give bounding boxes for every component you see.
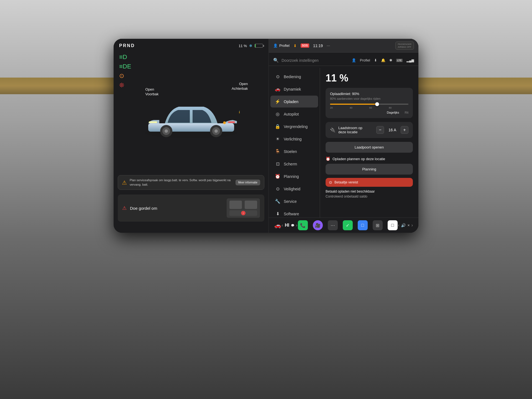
antenna-icon: — — [327, 44, 330, 48]
sidebar-menu: ⊙ Bediening 🚗 Dynamiek ⚡ Opladen ◎ Autop… — [269, 68, 320, 233]
sidebar-item-service[interactable]: 🔧 Service — [270, 195, 318, 207]
charge-slider-track[interactable] — [330, 104, 408, 105]
top-bar-right: 👤 Profiel ⬇ SOS 11:19 — PASSENGERAIRBAG … — [269, 39, 418, 53]
taskbar-center: 📞 🎥 ⋯ ✓ □ ⊞ □ — [298, 220, 398, 230]
sidebar-item-vergrendeling[interactable]: 🔒 Vergrendeling — [270, 121, 318, 132]
plannen-header-text: Opladen plannen op deze locatie — [332, 157, 385, 161]
traction-icon: ≡DE — [119, 63, 131, 70]
sidebar-item-autopilot[interactable]: ◎ Autopilot — [270, 108, 318, 120]
white-task-icon[interactable]: □ — [388, 220, 398, 230]
sidebar-item-opladen[interactable]: ⚡ Opladen — [270, 96, 318, 108]
status-icons: ≡D ≡DE ⊙ ❊ — [119, 54, 131, 88]
download-icon-search[interactable]: ⬇ — [374, 58, 377, 62]
veiligheid-icon: ⊙ — [275, 186, 280, 191]
sidebar-item-planning[interactable]: ⏰ Planning — [270, 170, 318, 182]
search-placeholder[interactable]: Doorzoek instellingen — [282, 58, 319, 63]
svg-text:🔒: 🔒 — [238, 109, 240, 114]
camera-task-icon[interactable]: 🎥 — [313, 220, 323, 230]
betaald-sub: Controleerd onbetaald saldo — [326, 195, 413, 198]
profile-label-top: Profiel — [279, 44, 290, 48]
check-task-icon[interactable]: ✓ — [343, 220, 353, 230]
car-icon-taskbar[interactable]: 🚗 — [274, 222, 281, 229]
stepper-minus[interactable]: − — [376, 126, 384, 134]
svg-rect-2 — [149, 121, 157, 123]
open-voorbak-label[interactable]: OpenVoorbak — [145, 87, 159, 97]
svg-point-9 — [214, 129, 218, 133]
software-label: Software — [284, 212, 299, 216]
rit-tab[interactable]: Rit — [405, 111, 408, 114]
profile-person-icon: 👤 — [273, 44, 278, 48]
top-bar-left: PRND 11 % ❄ — [114, 39, 268, 53]
verlichting-label: Verlichting — [284, 137, 302, 141]
service-icon: 🔧 — [275, 199, 280, 204]
dagelijks-rit-tabs: Dagelijks Rit — [330, 111, 408, 114]
laadpoort-openen-button[interactable]: Laadpoort openen — [326, 142, 413, 153]
profile-button[interactable]: 👤 Profiel — [273, 44, 290, 48]
hi-label: HI — [285, 223, 289, 228]
sidebar-item-bediening[interactable]: ⊙ Bediening — [270, 71, 318, 83]
laadstroom-icon: 🔌 — [330, 127, 336, 133]
svg-rect-3 — [228, 121, 235, 123]
taskbar-right: ‹ 🔊 × › — [398, 223, 413, 228]
warning-box: ⚠ Plan serviceafspraak om lasgp.batt. te… — [118, 175, 264, 190]
bottom-taskbar: 🚗 ‹ HI 💬 › 📞 🎥 ⋯ ✓ □ ⊞ □ — [269, 218, 418, 233]
stoelen-label: Stoelen — [284, 149, 297, 154]
mute-x-icon[interactable]: × — [407, 223, 410, 227]
betaald-error-icon: ⊙ — [329, 180, 332, 185]
autopilot-label: Autopilot — [284, 112, 299, 116]
sidebar-item-stoelen[interactable]: 🪑 Stoelen — [270, 145, 318, 157]
icon-warning: ❊ — [119, 82, 131, 88]
svg-text:!: ! — [243, 212, 244, 215]
sidebar-item-dynamiek[interactable]: 🚗 Dynamiek — [270, 83, 318, 95]
tesla-screen: PRND 11 % ❄ ≡D ≡DE ⊙ — [114, 39, 418, 233]
dagelijks-tab[interactable]: Dagelijks — [387, 111, 399, 114]
warning-icon: ❊ — [119, 82, 124, 88]
sidebar-item-verlichting[interactable]: ☀ Verlichting — [270, 133, 318, 145]
blue-task-icon[interactable]: □ — [358, 220, 368, 230]
taskbar-nav-left[interactable]: ‹ — [398, 223, 399, 228]
grid-task-icon[interactable]: ⊞ — [373, 220, 383, 230]
sidebar-item-veiligheid[interactable]: ⊙ Veiligheid — [270, 183, 318, 195]
sos-badge[interactable]: SOS — [301, 44, 309, 48]
charge-slider-thumb[interactable] — [375, 102, 379, 106]
nav-right-arrow[interactable]: › — [296, 223, 297, 228]
svg-rect-13 — [245, 201, 257, 209]
laadstroom-box: 🔌 Laadstroom opdeze locatie − 16 A + — [326, 122, 413, 138]
phone-task-icon[interactable]: 📞 — [298, 220, 308, 230]
taskbar-nav: ‹ HI 💬 › — [282, 223, 298, 228]
autopilot-icon: ◎ — [275, 111, 280, 117]
snow-icon: ❄ — [249, 44, 252, 48]
laadstroom-left: 🔌 Laadstroom opdeze locatie — [330, 126, 362, 134]
lte-badge: LTE — [396, 59, 403, 62]
dots-task-icon[interactable]: ⋯ — [328, 220, 338, 230]
content-area: 11 % Oplaadlimiet: 90% 80% aanbevolen vo… — [320, 68, 418, 233]
taskbar-left: 🚗 — [274, 222, 281, 229]
svg-rect-12 — [229, 201, 242, 209]
car-illustration: 🔒 — [143, 93, 240, 143]
time-display: 11:19 — [313, 44, 323, 48]
seat-diagram: ! — [227, 198, 260, 218]
signal-bars-icon: ▂▄▆ — [406, 58, 414, 62]
bediening-label: Bediening — [284, 75, 301, 79]
search-right-icons: 👤 Profiel ⬇ 🔔 ✱ LTE ▂▄▆ — [352, 58, 414, 62]
taskbar-nav-right[interactable]: › — [411, 223, 413, 228]
search-bar: 🔍 Doorzoek instellingen 👤 Profiel ⬇ 🔔 ✱ … — [269, 55, 418, 66]
sidebar-item-scherm[interactable]: ⊡ Scherm — [270, 158, 318, 170]
profile-icon-search[interactable]: 👤 — [352, 58, 356, 62]
betaald-title: Betaald opladen niet beschikbaar — [326, 190, 413, 193]
volume-icon: 🔊 — [401, 223, 406, 227]
meer-informatie-button[interactable]: Meer informatie — [236, 180, 260, 185]
planning-button[interactable]: Planning — [326, 164, 413, 175]
download-icon-top[interactable]: ⬇ — [293, 44, 297, 48]
stepper-plus[interactable]: + — [401, 126, 408, 134]
bell-icon[interactable]: 🔔 — [381, 58, 385, 62]
dynamiek-icon: 🚗 — [275, 86, 280, 92]
vergrendeling-label: Vergrendeling — [284, 124, 308, 129]
marker-20: 20 — [330, 106, 333, 109]
dynamiek-label: Dynamiek — [284, 87, 301, 91]
nav-left-arrow[interactable]: ‹ — [282, 223, 283, 228]
bluetooth-icon[interactable]: ✱ — [389, 58, 392, 62]
scherm-label: Scherm — [284, 162, 297, 166]
search-icon: 🔍 — [273, 58, 279, 63]
open-achterbak-label[interactable]: OpenAchterbak — [232, 82, 248, 91]
